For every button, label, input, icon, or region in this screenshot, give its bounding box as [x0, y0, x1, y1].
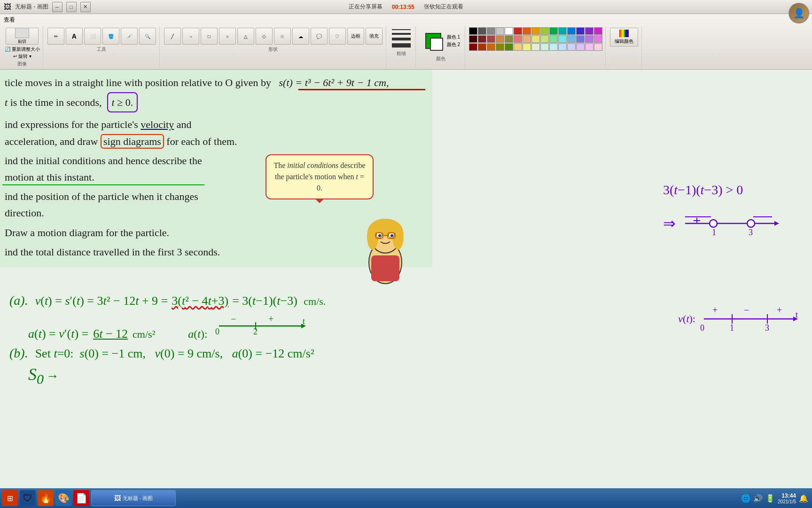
swatch-black[interactable]: [469, 27, 477, 35]
share-status: 正在分享屏幕: [349, 3, 383, 11]
problem-line4: acceleration, and draw sign diagrams for…: [5, 133, 425, 150]
taskbar-icon-2[interactable]: 🔥: [38, 490, 54, 506]
close-button[interactable]: ✕: [80, 2, 91, 12]
color-palette: [469, 27, 602, 51]
size-4[interactable]: [392, 43, 411, 48]
size-section-label: 粗细: [397, 50, 406, 57]
swatch-gray[interactable]: [487, 27, 495, 35]
fill-shape-btn[interactable]: 填充: [366, 28, 383, 45]
sw-8[interactable]: [531, 43, 540, 51]
taskbar-start[interactable]: ⊞: [2, 490, 18, 506]
size-section: 粗细: [387, 26, 416, 68]
swatch-mint[interactable]: [549, 35, 558, 43]
line-btn[interactable]: ╱: [164, 28, 181, 45]
resize-btn[interactable]: 🔄 重新调整大小: [5, 46, 40, 53]
swatch-magenta[interactable]: [594, 27, 602, 35]
canvas[interactable]: ticle moves in a straight line with posi…: [0, 70, 812, 494]
svg-text:0: 0: [215, 327, 219, 336]
svg-text:1: 1: [730, 323, 734, 333]
p5-text: ind the initial conditions and hence des…: [5, 155, 202, 167]
arrow-btn[interactable]: →: [182, 28, 199, 45]
outline-btn[interactable]: 边框: [347, 28, 364, 45]
sw-7[interactable]: [523, 43, 531, 51]
p3-and: and: [177, 119, 192, 130]
maximize-button[interactable]: □: [66, 2, 77, 12]
swatch-lavender[interactable]: [576, 35, 585, 43]
clock: 13:44 2021/1/5: [778, 492, 796, 504]
swatch-dblue[interactable]: [576, 27, 585, 35]
accel-eq: a(t) = v′(t) =: [28, 327, 88, 341]
clock-time: 13:44: [778, 492, 796, 499]
sw-11[interactable]: [558, 43, 567, 51]
size-2[interactable]: [392, 33, 411, 35]
diamond-btn[interactable]: ◇: [256, 28, 273, 45]
swatch-red[interactable]: [514, 27, 522, 35]
text-btn[interactable]: A: [66, 28, 83, 45]
sw-5[interactable]: [505, 43, 513, 51]
size-3[interactable]: [392, 38, 411, 40]
rotate-btn[interactable]: ↩ 旋转 ▾: [13, 53, 31, 60]
swatch-teal[interactable]: [558, 27, 567, 35]
swatch-lgreen[interactable]: [540, 35, 549, 43]
taskbar-icon-3[interactable]: 🎨: [55, 490, 71, 506]
heart-btn[interactable]: ♡: [329, 28, 346, 45]
magnify-btn[interactable]: 🔍: [139, 28, 156, 45]
ellipse-btn[interactable]: ○: [219, 28, 236, 45]
sw-12[interactable]: [567, 43, 576, 51]
swatch-dred[interactable]: [478, 35, 486, 43]
swatch-lpurple[interactable]: [585, 35, 593, 43]
rect-btn[interactable]: □: [201, 28, 218, 45]
swatch-mred[interactable]: [487, 35, 495, 43]
swatch-peach[interactable]: [523, 35, 531, 43]
swatch-lyell[interactable]: [531, 35, 540, 43]
star-btn[interactable]: ☆: [274, 28, 291, 45]
pencil-btn[interactable]: ✏: [47, 28, 64, 45]
swatch-olive[interactable]: [505, 35, 513, 43]
tool-buttons: ✏ A ⬜ 🪣 💉 🔍: [47, 27, 156, 45]
vt-sign-diagram-right: v(t): + − + 0: [678, 300, 803, 338]
sw-4[interactable]: [496, 43, 504, 51]
sw-14[interactable]: [585, 43, 593, 51]
color2-swatch[interactable]: [430, 38, 443, 51]
swatch-dgray[interactable]: [478, 27, 486, 35]
swatch-lgray[interactable]: [496, 27, 504, 35]
swatch-orange[interactable]: [523, 27, 531, 35]
image-btn[interactable]: 贴切: [6, 28, 39, 45]
picker-btn[interactable]: 💉: [121, 28, 138, 45]
sw-3[interactable]: [487, 43, 495, 51]
size-1[interactable]: [392, 29, 411, 30]
swatch-brown[interactable]: [496, 35, 504, 43]
active-window-btn[interactable]: 🖼 无标题 - 画图: [91, 490, 176, 506]
swatch-white[interactable]: [505, 27, 513, 35]
swatch-cyan[interactable]: [558, 35, 567, 43]
swatch-vdred[interactable]: [469, 35, 477, 43]
triangle-btn[interactable]: △: [237, 28, 254, 45]
svg-point-15: [710, 220, 717, 227]
sw-9[interactable]: [540, 43, 549, 51]
sw-6[interactable]: [514, 43, 522, 51]
swatch-blue[interactable]: [567, 27, 576, 35]
sw-13[interactable]: [576, 43, 585, 51]
swatch-purple[interactable]: [585, 27, 593, 35]
taskbar-icon-1[interactable]: 🛡: [20, 490, 36, 506]
sw-15[interactable]: [594, 43, 602, 51]
callout-btn[interactable]: 💬: [311, 28, 328, 45]
sw-1[interactable]: [469, 43, 477, 51]
dark-color-row: [469, 27, 602, 35]
swatch-pred[interactable]: [514, 35, 522, 43]
cloud-btn[interactable]: ☁: [292, 28, 309, 45]
swatch-yellow[interactable]: [531, 27, 540, 35]
factored-part: 3(t² − 4t+3): [172, 294, 228, 308]
sw-2[interactable]: [478, 43, 486, 51]
eraser-btn[interactable]: ⬜: [84, 28, 101, 45]
swatch-green[interactable]: [549, 27, 558, 35]
swatch-lyellow[interactable]: [540, 27, 549, 35]
swatch-pink[interactable]: [594, 35, 602, 43]
menu-view[interactable]: 查看: [4, 16, 15, 24]
sw-10[interactable]: [549, 43, 558, 51]
swatch-lblue[interactable]: [567, 35, 576, 43]
fill-btn[interactable]: 🪣: [102, 28, 119, 45]
taskbar-icon-4[interactable]: 📄: [73, 490, 89, 506]
minimize-button[interactable]: ─: [52, 2, 62, 12]
edit-color-btn[interactable]: 编辑颜色: [610, 28, 638, 47]
